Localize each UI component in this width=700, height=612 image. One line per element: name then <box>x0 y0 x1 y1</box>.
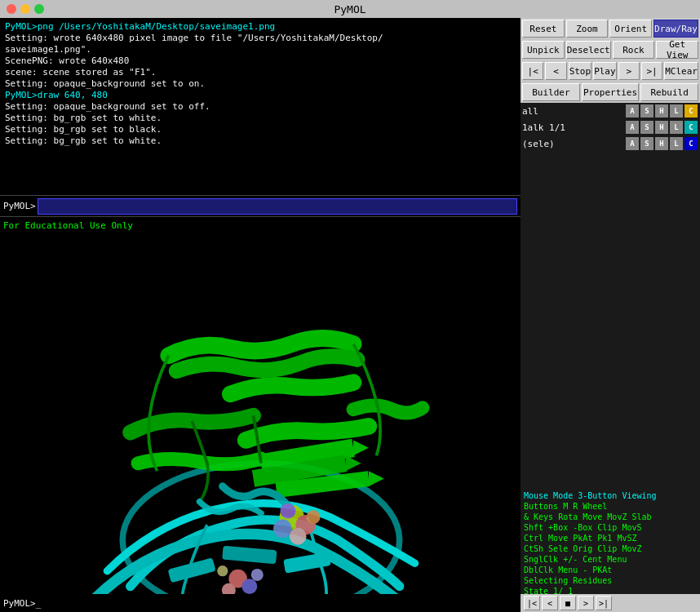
object-btn-sele-h[interactable]: H <box>655 137 668 150</box>
object-btn-all-a[interactable]: A <box>626 104 639 118</box>
stop-button[interactable]: Stop <box>569 62 592 80</box>
unpick-button[interactable]: Unpick <box>522 41 565 59</box>
title-bar: PyMOL <box>0 0 700 18</box>
input-prompt: PyMOL> <box>3 201 36 211</box>
svg-point-8 <box>251 569 264 581</box>
molecule-viewport[interactable]: For Educational Use Only <box>0 217 521 594</box>
orient-button[interactable]: Orient <box>609 20 652 38</box>
object-name-1alk: 1alk 1/1 <box>522 122 625 133</box>
bottom-input-area[interactable]: PyMOL> _ <box>0 594 521 612</box>
zoom-button[interactable]: Zoom <box>566 20 609 38</box>
rewind-button[interactable]: |< <box>522 62 543 80</box>
nav-forward-button[interactable]: >| <box>596 596 612 610</box>
properties-button[interactable]: Properties <box>582 83 640 101</box>
mclear-button[interactable]: MClear <box>664 62 698 80</box>
object-name-sele: (sele) <box>522 139 625 149</box>
window-title: PyMOL <box>334 3 366 16</box>
main-layout: PyMOL>png /Users/YoshitakaM/Desktop/save… <box>0 18 700 612</box>
protein-visualization <box>0 217 521 594</box>
deselect-button[interactable]: Deselect <box>566 41 611 59</box>
svg-point-18 <box>307 510 321 524</box>
command-input-area[interactable]: PyMOL> <box>0 196 521 217</box>
toolbar-row-2: Unpick Deselect Rock Get View <box>521 39 700 60</box>
object-btn-1alk-h[interactable]: H <box>655 121 668 134</box>
maximize-button[interactable] <box>34 4 44 14</box>
svg-point-15 <box>273 520 292 539</box>
nav-rewind-button[interactable]: |< <box>524 596 540 610</box>
left-panel: PyMOL>png /Users/YoshitakaM/Desktop/save… <box>0 18 521 612</box>
minimize-button[interactable] <box>20 4 30 14</box>
object-btn-sele-c[interactable]: C <box>684 137 698 150</box>
jump-end-button[interactable]: >| <box>641 62 662 80</box>
object-btn-sele-l[interactable]: L <box>670 137 683 150</box>
rock-button[interactable]: Rock <box>613 41 655 59</box>
play-button[interactable]: Play <box>593 62 617 80</box>
svg-point-16 <box>290 528 307 545</box>
object-btn-all-l[interactable]: L <box>670 104 683 118</box>
back-button[interactable]: < <box>545 62 566 80</box>
get-view-button[interactable]: Get View <box>656 41 698 59</box>
right-panel: Reset Zoom Orient Draw/Ray Unpick Desele… <box>521 18 700 612</box>
object-row-all: all A S H L C <box>521 103 700 119</box>
close-button[interactable] <box>7 4 16 14</box>
object-name-all: all <box>522 106 625 117</box>
object-btn-1alk-l[interactable]: L <box>670 121 683 134</box>
toolbar-row-4: Builder Properties Rebuild <box>521 82 700 103</box>
object-btn-all-s[interactable]: S <box>640 104 653 118</box>
object-btn-all-c[interactable]: C <box>684 104 698 118</box>
object-btn-1alk-a[interactable]: A <box>626 121 639 134</box>
object-btn-sele-s[interactable]: S <box>640 137 653 150</box>
nav-controls: |< < ■ > >| <box>524 596 612 610</box>
command-input[interactable] <box>38 198 517 215</box>
object-btn-1alk-s[interactable]: S <box>640 121 653 134</box>
reset-button[interactable]: Reset <box>522 20 565 38</box>
mouse-mode-panel: Mouse Mode 3-Button ViewingButtons M R W… <box>521 488 700 594</box>
object-row-1alk: 1alk 1/1 A S H L C <box>521 119 700 135</box>
nav-play-button[interactable]: > <box>578 596 594 610</box>
object-btn-sele-a[interactable]: A <box>626 137 639 150</box>
bottom-nav-bar: |< < ■ > >| <box>521 594 700 612</box>
object-btn-1alk-c[interactable]: C <box>684 121 698 134</box>
forward-button[interactable]: > <box>618 62 640 80</box>
toolbar-row-1: Reset Zoom Orient Draw/Ray <box>521 18 700 39</box>
window-controls[interactable] <box>7 4 44 14</box>
svg-point-17 <box>281 503 296 519</box>
educational-text-label: For Educational Use Only <box>3 220 133 231</box>
svg-point-9 <box>217 565 228 576</box>
draw-ray-button[interactable]: Draw/Ray <box>653 20 698 38</box>
object-panel: all A S H L C 1alk 1/1 A S H L C (sele) … <box>521 103 700 488</box>
nav-back-button[interactable]: < <box>542 596 558 610</box>
nav-stop-button[interactable]: ■ <box>560 596 576 610</box>
rebuild-button[interactable]: Rebuild <box>640 83 698 101</box>
svg-point-6 <box>241 579 257 594</box>
console-output: PyMOL>png /Users/YoshitakaM/Desktop/save… <box>0 18 521 196</box>
toolbar-row-3: |< < Stop Play > >| MClear <box>521 60 700 82</box>
bottom-cursor: _ <box>36 598 42 609</box>
bottom-prompt: PyMOL> <box>3 598 36 609</box>
object-btn-all-h[interactable]: H <box>655 104 668 118</box>
builder-button[interactable]: Builder <box>522 83 580 101</box>
object-row-sele: (sele) A S H L C <box>521 135 700 152</box>
